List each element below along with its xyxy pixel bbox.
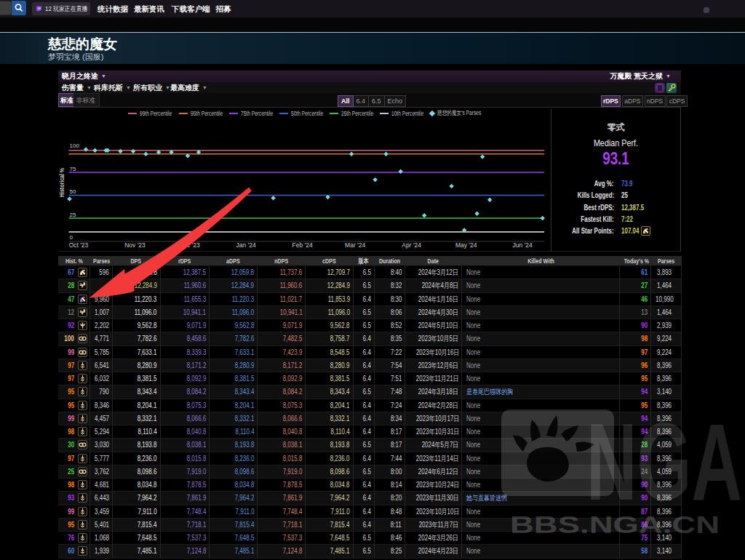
hist-pct-value[interactable]: 47 [68, 295, 74, 303]
hist-pct-value[interactable]: 30 [68, 441, 74, 449]
toolbar-dropdown-2[interactable]: 所有职业▼ [133, 82, 170, 93]
expansion-select[interactable]: 晓月之终途▼ [62, 71, 106, 82]
table-row[interactable]: 955,4017,815.47,718.17,815.47,718.17,815… [58, 519, 681, 532]
parse-point[interactable] [118, 149, 122, 153]
column-header-9[interactable]: Date [405, 256, 462, 265]
toolbar-dropdown-0[interactable]: 伤害量▼ [62, 82, 92, 93]
hist-pct-value[interactable]: 25 [68, 468, 74, 476]
table-row[interactable]: 761,0687,648.57,537.37,648.57,537.37,648… [58, 532, 681, 545]
table-row[interactable]: 994,4578,332.18,066.68,332.18,066.68,332… [58, 412, 681, 425]
column-header-5[interactable]: nDPS [258, 256, 306, 265]
parse-point[interactable] [383, 152, 388, 156]
column-header-8[interactable]: Duration [375, 256, 406, 265]
parse-point[interactable] [372, 177, 377, 182]
parse-point[interactable] [474, 212, 479, 216]
hist-pct-value[interactable]: 95 [68, 521, 74, 529]
cell-killed-with-link[interactable]: 是卷尾巴猫咪的胸 [462, 385, 620, 398]
parse-point[interactable] [84, 147, 88, 151]
parse-point[interactable] [349, 152, 354, 156]
user-menu-icon[interactable] [704, 7, 709, 13]
parse-point[interactable] [422, 213, 426, 217]
hist-pct-value[interactable]: 99 [68, 508, 74, 516]
search-input[interactable] [0, 1, 12, 15]
column-header-11[interactable]: Today's % [620, 256, 651, 265]
boss-icon[interactable] [655, 83, 665, 93]
parse-point[interactable] [541, 216, 545, 220]
hist-pct-value[interactable]: 76 [68, 534, 74, 542]
hist-pct-value[interactable]: 97 [68, 455, 74, 463]
table-row[interactable]: 253,7628,098.67,919.08,098.67,919.08,098… [58, 465, 681, 479]
nav-link-3[interactable]: 招募 [216, 0, 231, 17]
metric-cdps[interactable]: cDPS [666, 95, 688, 107]
partition-6.4[interactable]: 6.4 [353, 95, 370, 107]
metric-rdps[interactable]: rDPS [601, 95, 621, 107]
hist-pct-value[interactable]: 92 [68, 321, 74, 329]
table-row[interactable]: 993,4597,911.07,748.47,911.07,748.47,911… [58, 505, 681, 519]
metric-ndps[interactable]: nDPS [645, 95, 666, 107]
raid-select[interactable]: 万魔殿 荒天之狱▼ [610, 71, 671, 82]
table-row[interactable]: 985,2948,110.48,040.88,110.48,040.88,110… [58, 425, 681, 439]
parse-point[interactable] [92, 148, 97, 153]
partition-echo[interactable]: Echo [384, 95, 407, 107]
hist-pct-value[interactable]: 93 [68, 494, 74, 502]
table-row[interactable]: 976,5418,280.98,171.28,280.98,171.28,280… [58, 359, 681, 372]
column-header-6[interactable]: cDPS [306, 256, 353, 265]
column-header-1[interactable]: Parses [90, 256, 113, 265]
hist-pct-value[interactable]: 100 [64, 335, 73, 343]
table-row[interactable]: 6759612,059.812,387.512,059.811,737.612,… [58, 266, 681, 279]
hist-pct-value[interactable]: 95 [68, 401, 74, 409]
table-row[interactable]: 922,2029,562.89,071.99,562.89,071.99,562… [58, 319, 681, 332]
parse-point[interactable] [131, 149, 135, 153]
nav-link-0[interactable]: 统计数据 [97, 0, 128, 17]
column-header-3[interactable]: rDPS [161, 256, 210, 265]
cell-killed-with-link[interactable]: 她与直暮皆迷惘 [462, 492, 620, 504]
hist-pct-value[interactable]: 12 [68, 308, 74, 316]
toolbar-dropdown-1[interactable]: 科库托斯▼ [94, 82, 131, 93]
hist-pct-value[interactable]: 60 [68, 547, 74, 555]
table-row[interactable]: 601,9397,485.17,124.87,485.17,124.87,485… [58, 545, 681, 558]
search-button[interactable] [12, 1, 26, 15]
key-icon[interactable] [666, 83, 677, 93]
column-header-12[interactable]: Parses [651, 256, 681, 265]
hist-pct-value[interactable]: 28 [68, 281, 74, 289]
parse-point[interactable] [271, 196, 275, 200]
metric-adps[interactable]: aDPS [622, 95, 643, 107]
toolbar-dropdown-3[interactable]: 最高难度▼ [170, 82, 207, 93]
parse-point[interactable] [143, 152, 148, 156]
table-row[interactable]: 958,3468,204.18,075.38,204.18,075.38,204… [58, 399, 681, 412]
parse-point[interactable] [487, 198, 492, 202]
parse-point[interactable] [449, 184, 453, 188]
table-row[interactable]: 995,7857,633.18,339.37,633.17,423.98,548… [58, 346, 681, 359]
hist-pct-value[interactable]: 95 [68, 388, 74, 396]
table-row[interactable]: 984,6818,034.87,878.58,034.87,878.58,034… [58, 479, 681, 492]
partition-6.5[interactable]: 6.5 [368, 95, 385, 107]
nav-link-2[interactable]: 下载客户端 [172, 0, 210, 17]
table-row[interactable]: 957908,343.48,084.28,343.48,084.28,343.4… [58, 385, 681, 399]
table-row[interactable]: 1004,7717,782.68,458.67,782.67,482.58,75… [58, 332, 681, 345]
hist-pct-value[interactable]: 67 [68, 268, 74, 276]
column-header-10[interactable]: Killed With [462, 256, 620, 265]
table-row[interactable]: 479,96011,220.311,655.311,220.311,021.71… [58, 293, 681, 306]
hist-pct-value[interactable]: 98 [68, 481, 74, 489]
column-header-4[interactable]: aDPS [210, 256, 258, 265]
table-row[interactable]: 2812,284.911,960.612,284.911,960.612,284… [58, 279, 681, 292]
partition-all[interactable]: All [338, 95, 354, 107]
hist-pct-value[interactable]: 97 [68, 361, 74, 369]
table-row[interactable]: 975,7778,236.08,015.88,236.08,015.88,236… [58, 452, 681, 465]
column-header-7[interactable]: 版本 [354, 256, 375, 265]
parse-point[interactable] [480, 154, 485, 159]
parse-point[interactable] [67, 196, 71, 201]
parse-point[interactable] [398, 169, 402, 174]
tab-nonstandard[interactable]: 非标准 [73, 93, 100, 107]
hist-pct-value[interactable]: 99 [68, 348, 74, 356]
table-row[interactable]: 303,0308,193.88,038.18,193.88,038.18,193… [58, 439, 681, 452]
column-header-0[interactable]: Hist. % [58, 256, 90, 265]
column-header-2[interactable]: DPS [113, 256, 161, 265]
twitch-streams-badge[interactable]: 12 玩家正在直播 [32, 2, 90, 15]
table-row[interactable]: 121,00711,096.010,941.111,096.010,941.11… [58, 306, 681, 319]
hist-pct-value[interactable]: 98 [68, 428, 74, 436]
hist-pct-value[interactable]: 97 [68, 375, 74, 383]
table-row[interactable]: 976,0328,381.58,092.98,381.58,092.98,381… [58, 372, 681, 385]
nav-link-1[interactable]: 最新资讯 [134, 0, 164, 17]
table-row[interactable]: 936,4437,964.27,861.97,964.27,861.97,964… [58, 492, 681, 505]
